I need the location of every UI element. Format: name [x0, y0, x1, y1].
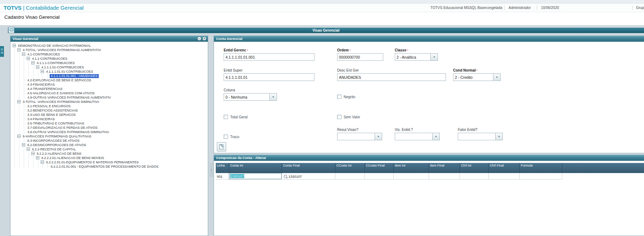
- tree-node[interactable]: 4.1-CONTRIBUICOES: [12, 52, 208, 56]
- tree-expander-icon[interactable]: [31, 151, 36, 156]
- tree-node-label[interactable]: 3.9-OUTRAS VARIACOES PATRIMONIAIS DIMINU…: [26, 130, 110, 134]
- vis-entid-input[interactable]: [395, 133, 433, 140]
- coluna-combobox[interactable]: ▼: [224, 93, 277, 101]
- total-geral-checkbox[interactable]: [224, 115, 228, 119]
- tree-expander-icon[interactable]: [17, 48, 22, 52]
- tree-node[interactable]: 3.9-OUTRAS VARIACOES PATRIMONIAIS DIMINU…: [12, 130, 208, 134]
- tree-node[interactable]: 3.7-DESVALORIZACAO E PERDAS DE ATIVOS: [12, 126, 208, 130]
- tree-expander-icon[interactable]: [31, 61, 36, 65]
- classe-combobox[interactable]: ▼: [395, 53, 438, 61]
- collapsed-side-tab[interactable]: D N: [0, 46, 4, 57]
- grid-cell-item-ini[interactable]: [394, 173, 429, 180]
- tree-node-label[interactable]: 3-TOTAL: VARIACOES PATRIMONIAIS DIMINUTI…: [22, 100, 100, 104]
- tree-node[interactable]: 3.3-USO DE BENS E SERVICOS: [12, 113, 208, 117]
- grid-cell-conta-final[interactable]: 1320107: [282, 173, 335, 180]
- tree-node[interactable]: 6.2.2.2.01.01-EQUIPAMENTOS E MATERIAIS P…: [12, 160, 208, 164]
- edit-button[interactable]: ✎: [217, 142, 226, 151]
- tree-node-label[interactable]: 4.1.1.1-CONTRIBUICOES: [36, 61, 76, 65]
- sem-valor-checkbox[interactable]: [337, 115, 341, 119]
- traco-checkbox[interactable]: [224, 135, 228, 139]
- cond-normal-input[interactable]: [453, 73, 493, 81]
- grid-col-item-ini[interactable]: Item Ini: [394, 163, 429, 173]
- grid-cell-formula[interactable]: [520, 173, 562, 180]
- window-icon[interactable]: [8, 27, 14, 33]
- grid-col-ccusto-final[interactable]: CCusto Final: [365, 163, 394, 173]
- grid-cell-clvl-ini[interactable]: [460, 173, 489, 180]
- grid-cell-conta-ini[interactable]: 1320107: [229, 173, 282, 180]
- tree-node[interactable]: 4.4-TRANSFERENCIAS: [12, 87, 208, 91]
- grid-panel-titlebar[interactable]: Composicao da Conta - Alterar: [214, 155, 644, 161]
- grid-cell-ccusto-ini[interactable]: [335, 173, 365, 180]
- tree-node-label[interactable]: 3.7-DESVALORIZACAO E PERDAS DE ATIVOS: [26, 126, 99, 130]
- tree-node-label[interactable]: 3.3-USO DE BENS E SERVICOS: [26, 113, 77, 117]
- negrito-checkbox-row[interactable]: Negrito: [337, 95, 355, 99]
- chevron-down-icon[interactable]: ▼: [493, 73, 501, 81]
- chevron-down-icon[interactable]: ▼: [270, 93, 277, 101]
- tree-node[interactable]: 4.1.1-CONTRIBUICOES: [12, 56, 208, 61]
- tree-node[interactable]: 6-VARIACOES PATRIMONIAIS QUALITATIVAS: [12, 134, 208, 139]
- tree-node-label[interactable]: 6.2.2-RECEITAS DE CAPITAL: [31, 148, 77, 151]
- tree-node[interactable]: 3.4-FINANCEIRAS: [12, 117, 208, 121]
- tree-node[interactable]: 4-TOTAL: VARIACOES PATRIMONIAIS AUMENTAT…: [12, 48, 208, 52]
- tree-expander-icon[interactable]: [22, 52, 26, 56]
- close-icon[interactable]: ×: [202, 37, 206, 41]
- tree-node[interactable]: 6.3-INCORPORACOES DE ATIVOS: [12, 139, 208, 143]
- tree-node-label[interactable]: 6.2.2.2.01-ALIENACAO DE BENS MOVEIS: [40, 156, 105, 160]
- tree-node[interactable]: 6.2.2.2-ALIENACAO DE BENS: [12, 151, 208, 156]
- desc-ent-ger-input[interactable]: [337, 73, 446, 81]
- grid-cell-clvl-final[interactable]: [489, 173, 520, 180]
- tree-node[interactable]: 6.2-DESINCORPORACOES DE ATIVOS: [12, 143, 208, 147]
- grid-row[interactable]: 00113201071320107: [216, 173, 644, 180]
- negrito-checkbox[interactable]: [337, 95, 341, 99]
- entid-super-input[interactable]: [224, 73, 314, 81]
- tree-node-label[interactable]: 3.1-PESSOAL E ENCARGOS: [26, 104, 72, 108]
- tree-node-label[interactable]: 4-TOTAL: VARIACOES PATRIMONIAIS AUMENTAT…: [22, 48, 102, 52]
- window-titlebar[interactable]: Visao Gerencial: [8, 28, 644, 33]
- tree-node[interactable]: DEMONSTRACAO DE VARIACAO PATRIMONIAL: [12, 44, 208, 48]
- tree-node-label[interactable]: 3.2-BENEFICIOS ASSISTENCIAIS: [26, 109, 79, 113]
- chevron-down-icon[interactable]: ▼: [431, 53, 438, 61]
- grid-cell-ccusto-final[interactable]: [365, 173, 394, 180]
- cond-normal-combobox[interactable]: ▼: [453, 73, 501, 81]
- sem-valor-checkbox-row[interactable]: Sem Valor: [337, 115, 360, 119]
- tree-node[interactable]: 6.2.2.2.01-ALIENACAO DE BENS MOVEIS: [12, 156, 208, 160]
- tree-node[interactable]: 6.2.2-RECEITAS DE CAPITAL: [12, 147, 208, 151]
- tree-node-label[interactable]: 6.2-DESINCORPORACOES DE ATIVOS: [26, 143, 87, 147]
- grid-col-item-final[interactable]: Item Final: [429, 163, 460, 173]
- resul-visao-input[interactable]: [337, 133, 375, 140]
- grid-col-clvl-ini[interactable]: ClVl Ini: [460, 163, 489, 173]
- tree-node-label-selected[interactable]: 4.1.1.1.01.01.001 - ANUIDADES: [50, 74, 99, 78]
- tree-node-label[interactable]: 6-VARIACOES PATRIMONIAIS QUALITATIVAS: [22, 135, 93, 139]
- tree-node-label[interactable]: 6.2.2.2-ALIENACAO DE BENS: [36, 152, 82, 156]
- tree-node-label[interactable]: 4.2-EXPLORACAO DE BENS E SERVICOS: [26, 78, 92, 82]
- tree-node-label[interactable]: 4.3-FINANCEIRAS: [26, 83, 56, 87]
- grid-col-linha[interactable]: Linha: [216, 163, 229, 173]
- tree-node-label[interactable]: DEMONSTRACAO DE VARIACAO PATRIMONIAL: [17, 44, 92, 48]
- grid-col-clvl-final[interactable]: ClVl Final: [489, 163, 520, 173]
- tree-node-label[interactable]: 4.9-OUTRAS VARIACOES PATRIMONIAIS AUMENT…: [26, 96, 112, 100]
- tree-node-label[interactable]: 6.3-INCORPORACOES DE ATIVOS: [26, 139, 81, 143]
- traco-checkbox-row[interactable]: Traco: [224, 135, 239, 139]
- grid-cell-linha[interactable]: 001: [216, 173, 229, 180]
- collapse-panel-button[interactable]: ‹: [210, 163, 213, 177]
- tree-node-label[interactable]: 4.1-CONTRIBUICOES: [26, 53, 61, 56]
- entid-gerenc-input[interactable]: [224, 53, 314, 61]
- lookup-magnifier-icon[interactable]: [284, 175, 287, 178]
- tree-node[interactable]: 6.2.2.2.01.01.001 - EQUIPAMENTOS DE PROC…: [12, 164, 208, 169]
- tree-node-label[interactable]: 4.4-TRANSFERENCIAS: [26, 87, 64, 91]
- chevron-down-icon[interactable]: ▼: [496, 133, 503, 140]
- tree-node[interactable]: 4.1.1.1-CONTRIBUICOES: [12, 61, 208, 65]
- chevron-down-icon[interactable]: ▼: [375, 133, 382, 140]
- minimize-icon[interactable]: –: [197, 37, 201, 41]
- tree-node[interactable]: 4.1.1.1.01-CONTRIBUICOES: [12, 65, 208, 69]
- tree-node-label[interactable]: 6.2.2.2.01.01-EQUIPAMENTOS E MATERIAIS P…: [45, 160, 140, 164]
- tree-node-label[interactable]: 4.1.1.1.01-CONTRIBUICOES: [40, 65, 85, 69]
- coluna-input[interactable]: [224, 93, 270, 101]
- tree-node-label[interactable]: 4.1.1.1.01.01-CONTRIBUICOES: [45, 70, 94, 74]
- conta-ini-edit-field[interactable]: 1320107: [229, 173, 282, 179]
- tree-node-label[interactable]: 6.2.2.2.01.01.001 - EQUIPAMENTOS DE PROC…: [50, 165, 160, 169]
- tree-node[interactable]: 4.1.1.1.01.01.001 - ANUIDADES: [12, 74, 208, 78]
- classe-input[interactable]: [395, 53, 431, 61]
- tree-node-label[interactable]: 3.4-FINANCEIRAS: [26, 117, 56, 121]
- tree-node[interactable]: 3-TOTAL: VARIACOES PATRIMONIAIS DIMINUTI…: [12, 100, 208, 104]
